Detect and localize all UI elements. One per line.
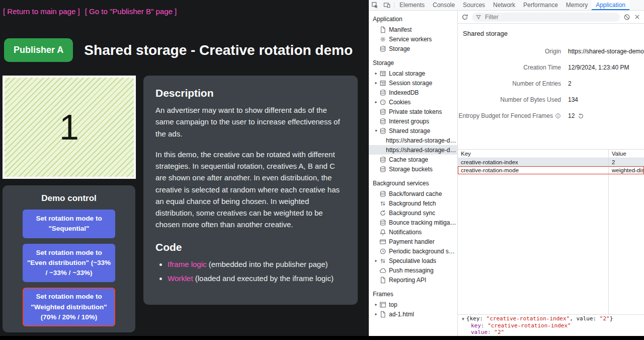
section-title: Application	[369, 13, 457, 25]
description-heading: Description	[155, 87, 346, 99]
filter-box	[472, 13, 620, 22]
expand-arrow-icon: ▸	[373, 312, 379, 316]
devtools-tabbar: Elements Console Sources Network Perform…	[369, 0, 644, 11]
inspect-element-icon[interactable]	[369, 0, 381, 10]
metadata-label: Origin	[458, 48, 561, 55]
description-paragraph-2: In this demo, the creative can be rotate…	[155, 149, 346, 231]
bottom-black-bar	[0, 336, 644, 340]
cell-key: creative-rotation-index	[458, 158, 609, 166]
sidebar-item-background-sync[interactable]: Background sync	[369, 208, 457, 218]
section-title: Frames	[369, 288, 457, 300]
return-to-main-link[interactable]: [ Return to main page ]	[3, 7, 80, 16]
info-icon	[555, 113, 561, 119]
list-item: Worklet (loaded and executed by the ifra…	[168, 273, 346, 284]
table-row[interactable]: creative-rotation-index 2	[458, 158, 644, 166]
column-header-value[interactable]: Value	[609, 150, 644, 158]
tab-performance[interactable]: Performance	[519, 0, 562, 10]
demo-control-panel: Demo control Set rotation mode to "Seque…	[3, 185, 135, 332]
device-toolbar-icon[interactable]	[381, 0, 393, 10]
metadata-view: Origin https://shared-storage-demo-co Cr…	[458, 43, 644, 124]
expand-arrow-icon: ▸	[373, 81, 379, 85]
database-icon	[379, 156, 386, 163]
sidebar-item-cookies[interactable]: ▸Cookies	[369, 97, 457, 107]
publisher-a-badge[interactable]: Publisher A	[4, 38, 73, 62]
database-icon	[379, 166, 386, 173]
metadata-row: Number of Bytes Used 134	[458, 92, 644, 108]
sidebar-item-shared-storage[interactable]: ▾Shared storage	[369, 126, 457, 135]
screen: [ Return to main page ] [ Go to "Publish…	[0, 0, 644, 340]
preview-summary-line: ▼{key: "creative-rotation-index", value:…	[462, 315, 640, 322]
metadata-row: Number of Entries 2	[458, 76, 644, 92]
tab-memory[interactable]: Memory	[562, 0, 592, 10]
sidebar-item-shared-storage-origin-1[interactable]: https://shared-storage-d…	[369, 135, 457, 145]
sidebar-item-indexeddb[interactable]: IndexedDB	[369, 88, 457, 97]
creative-number: 1	[59, 107, 79, 148]
sidebar-item-storage[interactable]: Storage	[369, 44, 457, 53]
set-even-distribution-button[interactable]: Set rotation mode to "Even distribution"…	[23, 244, 115, 283]
table-icon	[379, 70, 386, 77]
sidebar-item-payment-handler[interactable]: Payment handler	[369, 237, 457, 246]
sidebar-item-storage-buckets[interactable]: Storage buckets	[369, 164, 457, 174]
metadata-label: Creation Time	[458, 64, 561, 71]
tab-elements[interactable]: Elements	[395, 0, 429, 10]
bell-icon	[379, 229, 386, 236]
sidebar-item-local-storage[interactable]: ▸Local storage	[369, 69, 457, 78]
ad-creative-frame: 1	[3, 76, 136, 179]
section-title: Storage	[369, 57, 457, 69]
tab-application[interactable]: Application	[592, 0, 629, 10]
code-list: Iframe logic (embedded into the publishe…	[155, 258, 346, 285]
sidebar-item-notifications[interactable]: Notifications	[369, 227, 457, 237]
sidebar-item-push-messaging[interactable]: Push messaging	[369, 265, 457, 275]
sidebar-item-interest-groups[interactable]: Interest groups	[369, 116, 457, 126]
tab-network[interactable]: Network	[489, 0, 519, 10]
filter-input[interactable]	[484, 13, 616, 21]
worklet-link[interactable]: Worklet	[168, 274, 193, 283]
application-sidebar: Application Manifest Service workers Sto…	[369, 11, 458, 336]
cell-key: creative-rotation-mode	[458, 166, 609, 174]
table-icon	[379, 80, 386, 87]
database-icon	[379, 89, 386, 96]
tab-console[interactable]: Console	[429, 0, 459, 10]
tab-sources[interactable]: Sources	[459, 0, 489, 10]
sidebar-item-session-storage[interactable]: ▸Session storage	[369, 78, 457, 88]
list-item: Iframe logic (embedded into the publishe…	[168, 258, 346, 270]
frame-icon	[379, 301, 386, 308]
sidebar-item-cache-storage[interactable]: Cache storage	[369, 155, 457, 164]
funnel-icon	[475, 14, 481, 20]
cell-value: 2	[609, 158, 644, 166]
sidebar-item-manifest[interactable]: Manifest	[369, 25, 457, 34]
table-row[interactable]: creative-rotation-mode weighted-distribu…	[458, 166, 644, 174]
sidebar-item-shared-storage-origin-2[interactable]: https://shared-storage-d…	[369, 145, 457, 155]
set-sequential-button[interactable]: Set rotation mode to "Sequential"	[23, 210, 115, 238]
cloud-icon	[379, 267, 386, 274]
devtools-body: Application Manifest Service workers Sto…	[369, 11, 644, 336]
database-icon	[379, 45, 386, 52]
entry-preview-pane: ▼{key: "creative-rotation-index", value:…	[458, 314, 644, 336]
sidebar-item-service-workers[interactable]: Service workers	[369, 34, 457, 44]
sidebar-item-frame-top[interactable]: ▸top	[369, 300, 457, 309]
page-header: Publisher A Shared storage - Creative ro…	[4, 38, 353, 62]
refresh-icon[interactable]	[461, 14, 468, 21]
column-header-key[interactable]: Key	[458, 150, 609, 158]
reset-budget-icon[interactable]	[578, 113, 584, 119]
sidebar-item-private-state-tokens[interactable]: Private state tokens	[369, 107, 457, 116]
divider	[394, 2, 394, 9]
sidebar-item-bounce-tracking[interactable]: Bounce tracking mitiga…	[369, 218, 457, 227]
demo-control-title: Demo control	[3, 193, 135, 203]
gear-icon	[379, 36, 386, 43]
sidebar-item-back-forward-cache[interactable]: Back/forward cache	[369, 189, 457, 198]
publisher-b-link[interactable]: [ Go to "Publisher B" page ]	[85, 7, 177, 16]
database-icon	[379, 118, 386, 125]
section-storage: Storage ▸Local storage ▸Session storage …	[369, 57, 457, 174]
preview-key-line: key: "creative-rotation-index"	[462, 322, 640, 329]
expand-triangle-icon[interactable]: ▼	[462, 317, 464, 321]
sidebar-item-periodic-background-sync[interactable]: Periodic background s…	[369, 246, 457, 256]
set-weighted-distribution-button[interactable]: Set rotation mode to "Weighted distribut…	[23, 288, 115, 326]
close-icon[interactable]	[634, 14, 640, 20]
clear-all-icon[interactable]	[623, 14, 630, 21]
sidebar-item-frame-ad1[interactable]: ▸ad-1.html	[369, 309, 457, 319]
sidebar-item-background-fetch[interactable]: Background fetch	[369, 198, 457, 208]
iframe-logic-link[interactable]: Iframe logic	[168, 260, 207, 268]
sidebar-item-reporting-api[interactable]: Reporting API	[369, 275, 457, 285]
sidebar-item-speculative-loads[interactable]: ▸Speculative loads	[369, 256, 457, 265]
